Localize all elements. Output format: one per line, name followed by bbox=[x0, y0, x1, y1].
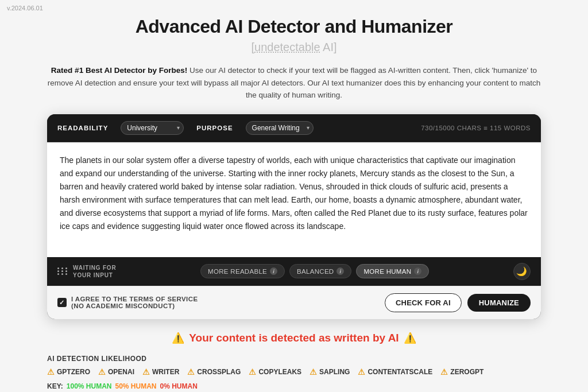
mode-balanced[interactable]: BALANCED i bbox=[289, 264, 351, 278]
detector-item: ⚠ZEROGPT bbox=[440, 367, 483, 377]
key-row: KEY: 100% HUMAN 50% HUMAN 0% HUMAN bbox=[47, 382, 541, 390]
detector-name: CROSSPLAG bbox=[197, 368, 241, 376]
page-title: Advanced AI Detector and Humanizer bbox=[47, 16, 541, 37]
detector-item: ⚠SAPLING bbox=[310, 367, 350, 377]
purpose-label: PURPOSE bbox=[196, 125, 233, 131]
humanize-button[interactable]: HUMANIZE bbox=[467, 294, 531, 312]
detector-item: ⚠GPTZERO bbox=[47, 367, 90, 377]
detector-name: CONTENTATSCALE bbox=[368, 368, 432, 376]
more-human-info-icon: i bbox=[414, 267, 421, 275]
detector-name: COPYLEAKS bbox=[258, 368, 301, 376]
readability-label: READABILITY bbox=[57, 125, 108, 131]
detector-warning-icon: ⚠ bbox=[142, 367, 150, 377]
terms-checkbox[interactable]: ✓ bbox=[57, 298, 67, 307]
dot bbox=[65, 270, 67, 272]
readability-select-wrapper[interactable]: University High School Elementary Middle… bbox=[121, 121, 184, 135]
detector-name: GPTZERO bbox=[57, 368, 90, 376]
detector-name: WRITER bbox=[152, 368, 179, 376]
editor-text: The planets in our solar system offer a … bbox=[60, 156, 528, 231]
dots-icon bbox=[57, 267, 68, 275]
toolbar-left: READABILITY University High School Eleme… bbox=[57, 121, 314, 135]
editor-footer: WAITING FORYOUR INPUT MORE READABLE i BA… bbox=[47, 257, 541, 286]
key-label: KEY: bbox=[47, 382, 63, 390]
detector-warning-icon: ⚠ bbox=[98, 367, 106, 377]
dot bbox=[65, 273, 67, 275]
dot bbox=[57, 273, 59, 275]
editor-card: READABILITY University High School Eleme… bbox=[47, 114, 541, 319]
version-label: v.2024.06.01 bbox=[0, 0, 588, 16]
detected-text: ⚠️ Your content is detected as written b… bbox=[47, 332, 541, 344]
dark-mode-toggle[interactable]: 🌙 bbox=[513, 263, 531, 280]
detector-item: ⚠OPENAI bbox=[98, 367, 134, 377]
balanced-info-icon: i bbox=[336, 267, 344, 275]
dot bbox=[57, 270, 59, 272]
action-row: ✓ I AGREE TO THE TERMS OF SERVICE(NO ACA… bbox=[47, 286, 541, 319]
mode-more-readable-label: MORE READABLE bbox=[208, 268, 267, 275]
action-buttons: CHECK FOR AI HUMANIZE bbox=[385, 293, 531, 312]
editor-toolbar: READABILITY University High School Eleme… bbox=[47, 114, 541, 142]
likelihood-title: AI DETECTION LIKELIHOOD bbox=[47, 355, 541, 363]
warning-icon-right: ⚠️ bbox=[404, 332, 416, 344]
warning-icon-left: ⚠️ bbox=[172, 332, 184, 344]
key-100-human: 100% HUMAN bbox=[67, 382, 112, 390]
waiting-text: WAITING FORYOUR INPUT bbox=[73, 264, 116, 279]
more-readable-info-icon: i bbox=[270, 267, 277, 275]
description-bold: Rated #1 Best AI Detector by Forbes! bbox=[51, 66, 187, 75]
detector-warning-icon: ⚠ bbox=[358, 367, 365, 377]
purpose-select-wrapper[interactable]: General Writing Essay Article Marketing … bbox=[246, 121, 314, 135]
detector-item: ⚠COPYLEAKS bbox=[249, 367, 301, 377]
check-for-ai-button[interactable]: CHECK FOR AI bbox=[385, 293, 462, 312]
detector-item: ⚠WRITER bbox=[142, 367, 179, 377]
ai-likelihood: AI DETECTION LIKELIHOOD ⚠GPTZERO⚠OPENAI⚠… bbox=[47, 355, 541, 390]
detector-warning-icon: ⚠ bbox=[249, 367, 256, 377]
mode-more-human-label: MORE HUMAN bbox=[363, 268, 411, 275]
detector-warning-icon: ⚠ bbox=[47, 367, 55, 377]
dot bbox=[57, 267, 59, 269]
detector-name: SAPLING bbox=[319, 368, 350, 376]
readability-select[interactable]: University High School Elementary Middle… bbox=[121, 121, 184, 135]
detected-message: Your content is detected as written by A… bbox=[189, 332, 399, 344]
mode-more-human[interactable]: MORE HUMAN i bbox=[356, 264, 429, 278]
page-description: Rated #1 Best AI Detector by Forbes! Use… bbox=[47, 64, 541, 102]
editor-body[interactable]: The planets in our solar system offer a … bbox=[47, 142, 541, 257]
dot bbox=[65, 267, 67, 269]
detector-name: OPENAI bbox=[108, 368, 134, 376]
check-mark: ✓ bbox=[59, 299, 64, 306]
moon-icon: 🌙 bbox=[516, 266, 527, 277]
detector-item: ⚠CROSSPLAG bbox=[187, 367, 241, 377]
detector-warning-icon: ⚠ bbox=[310, 367, 317, 377]
mode-buttons: MORE READABLE i BALANCED i MORE HUMAN i bbox=[200, 264, 429, 278]
detectors-row: ⚠GPTZERO⚠OPENAI⚠WRITER⚠CROSSPLAG⚠COPYLEA… bbox=[47, 367, 541, 377]
detector-warning-icon: ⚠ bbox=[187, 367, 195, 377]
key-50-human: 50% HUMAN bbox=[115, 382, 156, 390]
purpose-select[interactable]: General Writing Essay Article Marketing … bbox=[246, 121, 314, 135]
terms-text: I AGREE TO THE TERMS OF SERVICE(NO ACADE… bbox=[71, 296, 198, 309]
page-subtitle: [undetectable AI] bbox=[47, 41, 541, 54]
char-count: 730/15000 CHARS ≡ 115 WORDS bbox=[421, 125, 531, 131]
detector-name: ZEROGPT bbox=[450, 368, 483, 376]
mode-more-readable[interactable]: MORE READABLE i bbox=[200, 264, 285, 278]
terms-label[interactable]: ✓ I AGREE TO THE TERMS OF SERVICE(NO ACA… bbox=[57, 296, 198, 309]
key-0-human: 0% HUMAN bbox=[160, 382, 197, 390]
dot bbox=[61, 267, 63, 269]
mode-balanced-label: BALANCED bbox=[297, 268, 334, 275]
waiting-status: WAITING FORYOUR INPUT bbox=[57, 264, 116, 279]
dot bbox=[61, 270, 63, 272]
dot bbox=[61, 273, 63, 275]
detector-warning-icon: ⚠ bbox=[440, 367, 448, 377]
detection-result: ⚠️ Your content is detected as written b… bbox=[47, 332, 541, 344]
detector-item: ⚠CONTENTATSCALE bbox=[358, 367, 432, 377]
